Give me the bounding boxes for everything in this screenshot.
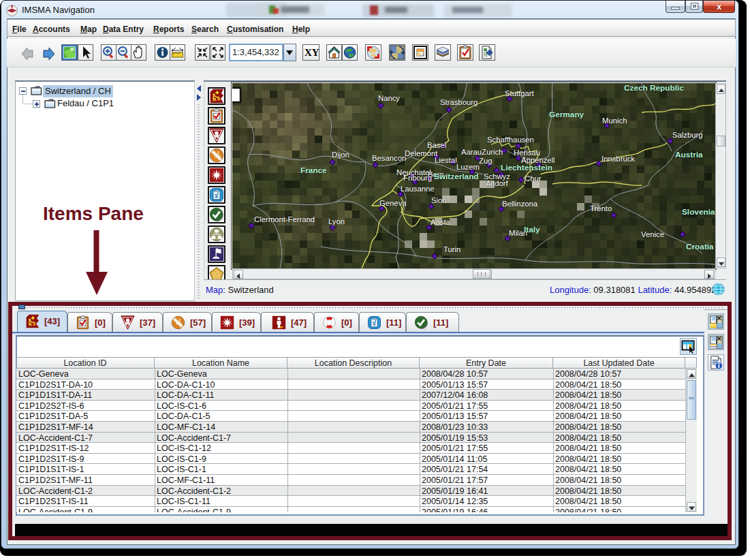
svg-text:Croatia: Croatia — [686, 242, 714, 251]
svg-text:Chur: Chur — [525, 174, 542, 183]
svg-text:Switzerland: Switzerland — [434, 172, 479, 181]
svg-text:Sion: Sion — [431, 196, 447, 204]
svg-text:Germany: Germany — [549, 110, 584, 119]
svg-text:Trento: Trento — [590, 204, 612, 213]
svg-text:Dijon: Dijon — [332, 151, 349, 159]
svg-text:Fribourg: Fribourg — [403, 174, 432, 182]
svg-text:Turin: Turin — [443, 245, 460, 253]
svg-text:Stuttgart: Stuttgart — [505, 89, 535, 97]
svg-text:Altdorf: Altdorf — [486, 179, 509, 187]
svg-text:Zug: Zug — [479, 157, 492, 165]
svg-text:Liechtenstein: Liechtenstein — [501, 163, 552, 172]
svg-text:Besancon: Besancon — [372, 154, 406, 162]
svg-text:Czech Republic: Czech Republic — [624, 83, 684, 93]
svg-text:Salzburg: Salzburg — [672, 131, 703, 139]
svg-text:Aarau: Aarau — [461, 148, 482, 156]
svg-text:Delemont: Delemont — [405, 149, 438, 157]
svg-text:France: France — [300, 166, 327, 175]
svg-text:Lausanne: Lausanne — [401, 185, 435, 193]
svg-text:Liestal: Liestal — [435, 156, 457, 164]
svg-text:Munich: Munich — [602, 116, 627, 125]
svg-text:Strasbourg: Strasbourg — [440, 98, 478, 106]
svg-text:Lyon: Lyon — [328, 217, 345, 225]
svg-text:Nancy: Nancy — [378, 94, 400, 102]
svg-text:Austria: Austria — [675, 150, 703, 159]
svg-text:Zurich: Zurich — [482, 148, 503, 156]
svg-text:Schaffhausen: Schaffhausen — [487, 136, 534, 144]
svg-text:Bellinzona: Bellinzona — [502, 200, 538, 208]
svg-text:Geneva: Geneva — [379, 199, 407, 207]
svg-text:Innsbruck: Innsbruck — [601, 155, 635, 163]
svg-text:Clermont-Ferrand: Clermont-Ferrand — [254, 215, 315, 223]
svg-text:Luzem: Luzem — [456, 163, 480, 171]
svg-text:Basel: Basel — [427, 141, 446, 149]
svg-text:Aosta: Aosta — [431, 218, 451, 226]
svg-text:Italy: Italy — [524, 225, 540, 234]
svg-text:Slovenia: Slovenia — [682, 207, 715, 217]
svg-text:Venice: Venice — [641, 230, 664, 238]
